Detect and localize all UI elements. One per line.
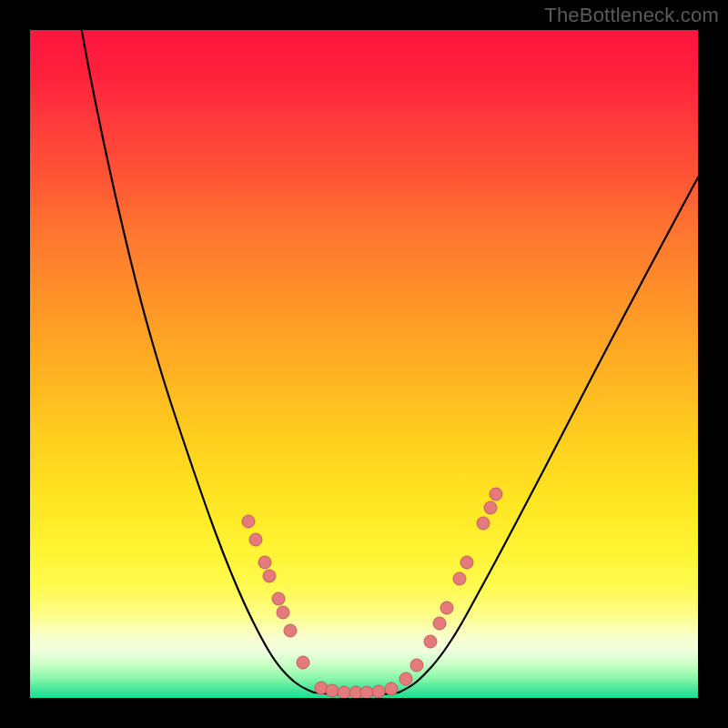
sample-dots — [242, 488, 502, 698]
sample-dot — [440, 602, 453, 614]
sample-dot — [460, 556, 473, 569]
sample-dot — [249, 533, 262, 546]
sample-dot — [277, 606, 289, 619]
sample-dot — [272, 592, 285, 605]
sample-dot — [338, 686, 350, 698]
sample-dot — [453, 572, 466, 585]
sample-dot — [326, 684, 339, 697]
sample-dot — [433, 617, 446, 630]
sample-dot — [477, 517, 490, 530]
sample-dot — [424, 635, 437, 648]
sample-dot — [297, 656, 309, 669]
curve-group — [80, 30, 698, 694]
curve-right — [399, 177, 698, 693]
sample-dot — [360, 686, 373, 698]
sample-dot — [410, 659, 423, 672]
sample-dot — [242, 515, 255, 528]
chart-svg — [30, 30, 698, 698]
sample-dot — [284, 624, 297, 637]
sample-dot — [484, 501, 497, 514]
sample-dot — [372, 685, 385, 698]
sample-dot — [490, 488, 502, 500]
stage: TheBottleneck.com — [0, 0, 728, 728]
sample-dot — [385, 682, 398, 695]
sample-dot — [399, 672, 412, 685]
sample-dot — [263, 570, 276, 582]
sample-dot — [258, 556, 271, 569]
watermark: TheBottleneck.com — [544, 4, 719, 27]
plot-area — [30, 30, 698, 698]
